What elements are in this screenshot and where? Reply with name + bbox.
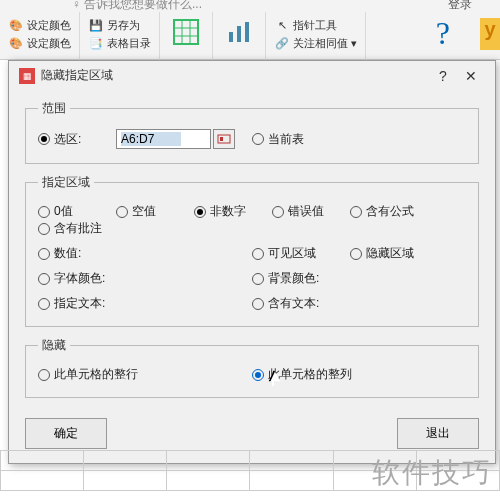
opt-hastext[interactable]: 含有文本: (252, 295, 319, 312)
hide-fieldset: 隐藏 此单元格的整行 此单元格的整列 (25, 337, 479, 398)
svg-rect-6 (237, 26, 241, 42)
ribbon: 告诉我您想要做什么... 登录 🎨设定颜色 🎨设定颜色 💾另存为 📑表格目录 ↖… (0, 0, 500, 60)
palette-icon: 🎨 (8, 17, 24, 33)
hide-row-radio[interactable]: 此单元格的整行 (38, 366, 138, 383)
addon-button[interactable]: y (480, 18, 500, 50)
area-legend: 指定区域 (38, 174, 94, 191)
ok-button[interactable]: 确定 (25, 418, 107, 449)
opt-hascomment[interactable]: 含有批注 (38, 220, 120, 237)
svg-rect-5 (229, 32, 233, 42)
palette-icon: 🎨 (8, 35, 24, 51)
dialog-title: 隐藏指定区域 (41, 67, 113, 84)
opt-nonnum[interactable]: 非数字 (194, 203, 256, 220)
ref-input-box[interactable] (116, 129, 211, 149)
svg-rect-0 (174, 20, 198, 44)
opt-numval[interactable]: 数值: (38, 245, 100, 262)
svg-rect-9 (220, 137, 223, 141)
opt-bgcolor[interactable]: 背景颜色: (252, 270, 319, 287)
grid-icon (172, 18, 200, 46)
set-color-button[interactable]: 🎨设定颜色 (6, 16, 73, 34)
opt-hidden[interactable]: 隐藏区域 (350, 245, 432, 262)
watermark: 软件技巧 (372, 454, 492, 492)
opt-hasformula[interactable]: 含有公式 (350, 203, 432, 220)
opt-blank[interactable]: 空值 (116, 203, 178, 220)
table-icon: 📑 (88, 35, 104, 51)
cursor-icon: ↖ (274, 17, 290, 33)
opt-fontcolor[interactable]: 字体颜色: (38, 270, 105, 287)
dialog-titlebar: ▦ 隐藏指定区域 ? ✕ (9, 61, 495, 90)
ref-picker-button[interactable] (213, 129, 235, 149)
svg-rect-8 (218, 135, 230, 143)
app-icon: ▦ (19, 68, 35, 84)
tell-me-search[interactable]: 告诉我您想要做什么... (72, 0, 202, 13)
current-sheet-radio[interactable]: 当前表 (252, 131, 314, 148)
chart-icon (225, 18, 253, 46)
selection-radio[interactable]: 选区: (38, 131, 100, 148)
area-fieldset: 指定区域 0值 空值 非数字 错误值 含有公式 含有批注 数值: 字体颜色: 指… (25, 174, 479, 327)
opt-spectext[interactable]: 指定文本: (38, 295, 105, 312)
ref-input[interactable] (121, 132, 181, 146)
help-button[interactable]: ? (429, 68, 457, 84)
hide-col-radio[interactable]: 此单元格的整列 (252, 366, 352, 383)
link-icon: 🔗 (274, 35, 290, 51)
save-as-button[interactable]: 💾另存为 (86, 16, 153, 34)
range-fieldset: 范围 选区: 当前表 (25, 100, 479, 164)
login-link[interactable]: 登录 (448, 0, 472, 13)
svg-rect-7 (245, 22, 249, 42)
related-values-button[interactable]: 🔗关注相同值▾ (272, 34, 359, 52)
chevron-down-icon: ▾ (351, 37, 357, 50)
close-button[interactable]: ✕ (457, 68, 485, 84)
opt-error[interactable]: 错误值 (272, 203, 334, 220)
set-color-button-2[interactable]: 🎨设定颜色 (6, 34, 73, 52)
exit-button[interactable]: 退出 (397, 418, 479, 449)
hide-area-dialog: ▦ 隐藏指定区域 ? ✕ 范围 选区: 当前表 指定区域 0值 空值 (8, 60, 496, 464)
table-catalog-button[interactable]: 📑表格目录 (86, 34, 153, 52)
chart-button[interactable] (219, 16, 259, 48)
opt-zero[interactable]: 0值 (38, 203, 100, 220)
hide-legend: 隐藏 (38, 337, 70, 354)
table-insert-button[interactable] (166, 16, 206, 48)
disk-icon: 💾 (88, 17, 104, 33)
pointer-tool-button[interactable]: ↖指针工具 (272, 16, 359, 34)
opt-visible[interactable]: 可见区域 (252, 245, 334, 262)
help-icon[interactable]: ? (436, 15, 450, 52)
range-legend: 范围 (38, 100, 70, 117)
